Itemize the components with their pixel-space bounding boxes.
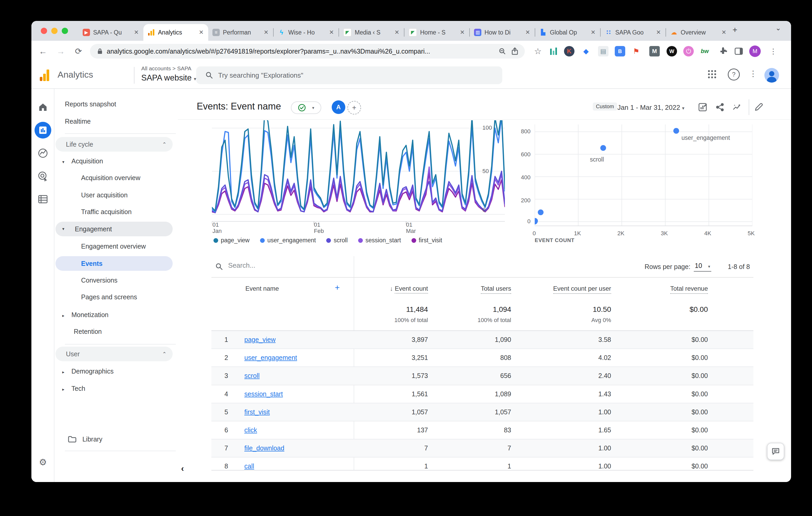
col-header-total-users[interactable]: Total users <box>481 285 511 294</box>
tab-home-sapa[interactable]: ◤ Home - S ✕ <box>404 24 469 41</box>
event-name-link[interactable]: call <box>244 457 254 475</box>
ext-k-icon[interactable]: K <box>564 46 575 57</box>
close-tab-icon[interactable]: ✕ <box>329 29 334 36</box>
collapse-sidebar-icon[interactable]: ‹ <box>181 463 184 474</box>
event-name-link[interactable]: scroll <box>244 367 260 385</box>
extensions-puzzle-icon[interactable] <box>718 46 728 57</box>
events-over-time-line-chart[interactable] <box>212 120 505 225</box>
legend-item[interactable]: first_visit <box>411 237 442 244</box>
close-tab-icon[interactable]: ✕ <box>722 29 727 36</box>
close-tab-icon[interactable]: ✕ <box>199 29 204 36</box>
ext-lighthouse-icon[interactable]: ⚑ <box>631 46 641 57</box>
expand-icon[interactable]: ▾ <box>62 160 64 164</box>
legend-item[interactable]: page_view <box>213 237 250 244</box>
tab-how-to[interactable]: ▥ How to Di ✕ <box>470 24 535 41</box>
edit-report-pencil-icon[interactable] <box>753 101 764 113</box>
ext-tag-icon[interactable]: B <box>615 46 625 57</box>
explore-icon[interactable] <box>37 147 49 159</box>
sidebar-item-tech[interactable]: ▸ Tech <box>62 383 85 394</box>
sidebar-item-events-selected[interactable]: Events <box>55 256 173 271</box>
close-tab-icon[interactable]: ✕ <box>591 29 596 36</box>
event-name-link[interactable]: page_view <box>244 331 276 348</box>
expand-icon[interactable]: ▸ <box>62 387 64 392</box>
ext-power-icon[interactable]: ⏻ <box>683 46 694 57</box>
legend-item[interactable]: user_engagement <box>260 237 316 244</box>
tab-global-options[interactable]: ▙ Global Op ✕ <box>535 24 600 41</box>
profile-avatar[interactable]: M <box>749 45 761 57</box>
col-header-event-name[interactable]: Event name <box>245 285 279 292</box>
comparison-a-chip[interactable]: A <box>332 100 345 114</box>
url-text[interactable]: analytics.google.com/analytics/web/#/p27… <box>107 48 494 55</box>
tab-search-chevron-icon[interactable]: ⌄ <box>775 24 781 32</box>
ga-menu-kebab-icon[interactable]: ⋮ <box>749 69 757 78</box>
breadcrumb[interactable]: All accounts > SAPA <box>141 65 192 72</box>
bookmark-star-icon[interactable]: ☆ <box>531 45 544 58</box>
settings-gear-icon[interactable]: ⚙ <box>37 456 49 468</box>
collapse-section-icon[interactable]: ⌃ <box>162 346 167 361</box>
expand-icon[interactable]: ▸ <box>62 370 64 374</box>
close-tab-icon[interactable]: ✕ <box>395 29 400 36</box>
report-status-pill[interactable]: ▾ <box>291 101 321 114</box>
sidebar-item-realtime[interactable]: Realtime <box>65 116 91 126</box>
account-avatar[interactable] <box>764 68 779 83</box>
sidebar-item-acquisition[interactable]: ▾ Acquisition <box>62 156 103 166</box>
close-tab-icon[interactable]: ✕ <box>656 29 661 36</box>
back-button[interactable]: ← <box>37 45 49 58</box>
expand-icon[interactable]: ▾ <box>62 222 64 236</box>
ext-w-icon[interactable]: W <box>667 46 677 57</box>
sidebar-item-engagement[interactable]: ▾ Engagement <box>55 222 173 236</box>
legend-item[interactable]: session_start <box>358 237 401 244</box>
help-icon[interactable]: ? <box>728 68 740 81</box>
sidebar-item-user-acquisition[interactable]: User acquisition <box>81 190 128 200</box>
home-icon[interactable] <box>37 101 49 114</box>
event-name-link[interactable]: file_download <box>244 439 284 457</box>
ext-m-icon[interactable]: M <box>649 46 660 57</box>
users-vs-event-count-scatter-chart[interactable]: user_engagementscroll <box>535 124 752 229</box>
date-range-picker[interactable]: Jan 1 - Mar 31, 2022 ▾ <box>617 103 684 112</box>
minimize-window-button[interactable] <box>51 28 58 34</box>
event-name-link[interactable]: first_visit <box>244 403 270 421</box>
feedback-chat-button[interactable] <box>767 443 784 460</box>
sidebar-section-life-cycle[interactable]: Life cycle ⌃ <box>55 137 173 152</box>
table-search-input[interactable] <box>227 261 344 270</box>
share-page-icon[interactable] <box>511 47 519 55</box>
col-header-event-count[interactable]: ↓ Event count <box>390 285 428 292</box>
customize-report-icon[interactable] <box>697 101 708 113</box>
add-column-plus-icon[interactable]: + <box>335 283 340 293</box>
apps-grid-icon[interactable] <box>707 69 717 79</box>
sidebar-item-acquisition-overview[interactable]: Acquisition overview <box>81 173 141 183</box>
tab-analytics-active[interactable]: Analytics ✕ <box>143 24 208 41</box>
tab-media-sapa[interactable]: ◤ Media ‹ S ✕ <box>339 24 404 41</box>
sidebar-item-engagement-overview[interactable]: Engagement overview <box>81 241 146 251</box>
sidebar-item-conversions[interactable]: Conversions <box>81 275 117 285</box>
sidebar-item-monetization[interactable]: ▸ Monetization <box>62 309 109 320</box>
rows-per-page-select[interactable]: 10 ▾ <box>694 262 711 272</box>
tab-overview-cloudflare[interactable]: ☁ Overview ✕ <box>666 24 731 41</box>
ext-map-pin-icon[interactable]: ⬥ <box>581 46 591 57</box>
sidebar-item-library[interactable]: Library <box>68 434 102 444</box>
add-comparison-button[interactable]: + <box>347 101 361 115</box>
sidebar-item-pages-and-screens[interactable]: Pages and screens <box>81 292 137 302</box>
reload-button[interactable]: ⟳ <box>72 45 85 58</box>
sidebar-item-retention[interactable]: Retention <box>74 326 102 337</box>
tab-sapa-clickup[interactable]: ▶ SAPA - Qu ✕ <box>79 24 143 41</box>
side-panel-icon[interactable] <box>733 46 744 57</box>
zoom-out-icon[interactable] <box>499 48 506 55</box>
reports-icon-active[interactable] <box>34 122 51 139</box>
event-name-link[interactable]: user_engagement <box>244 349 297 366</box>
new-tab-button[interactable]: + <box>732 25 737 35</box>
sidebar-item-reports-snapshot[interactable]: Reports snapshot <box>65 99 116 109</box>
collapse-section-icon[interactable]: ⌃ <box>162 137 167 152</box>
insights-icon[interactable] <box>731 101 743 113</box>
event-name-link[interactable]: click <box>244 421 257 439</box>
advertising-icon[interactable] <box>37 170 49 182</box>
col-header-event-count-per-user[interactable]: Event count per user <box>553 285 611 294</box>
property-selector[interactable]: SAPA website ▾ <box>141 73 196 83</box>
forward-button[interactable]: → <box>54 45 67 58</box>
sidebar-item-traffic-acquisition[interactable]: Traffic acquisition <box>81 207 132 217</box>
close-tab-icon[interactable]: ✕ <box>525 29 530 36</box>
tab-wise[interactable]: ϟ Wise - Ho ✕ <box>273 24 339 41</box>
event-name-link[interactable]: session_start <box>244 385 283 403</box>
admin-table-icon[interactable] <box>37 193 49 206</box>
close-tab-icon[interactable]: ✕ <box>264 29 269 36</box>
